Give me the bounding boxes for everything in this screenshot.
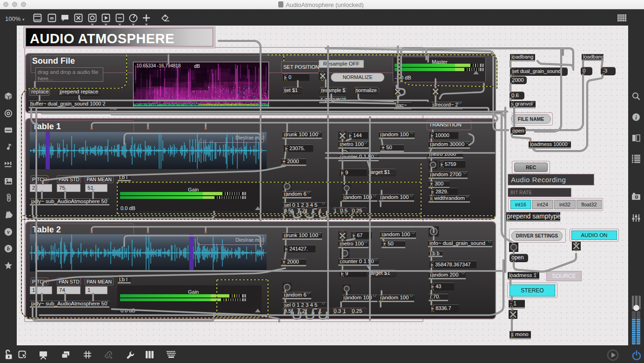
- svg-text:v: v: [7, 229, 10, 235]
- svg-text:b: b: [7, 245, 10, 252]
- svg-text:m: m: [50, 15, 54, 20]
